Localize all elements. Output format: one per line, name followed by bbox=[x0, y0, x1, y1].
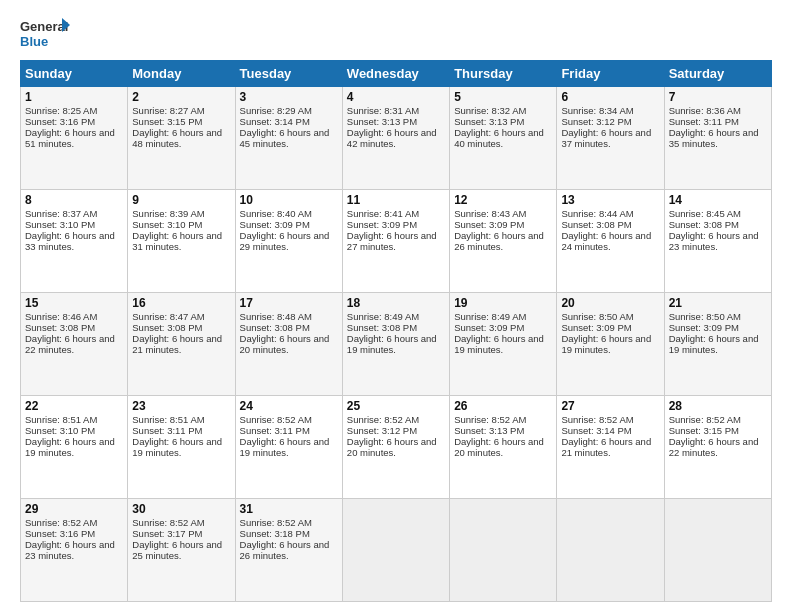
sunset-text: Sunset: 3:11 PM bbox=[132, 425, 202, 436]
calendar-cell: 17Sunrise: 8:48 AMSunset: 3:08 PMDayligh… bbox=[235, 293, 342, 396]
sunrise-text: Sunrise: 8:32 AM bbox=[454, 105, 526, 116]
sunrise-text: Sunrise: 8:40 AM bbox=[240, 208, 312, 219]
sunset-text: Sunset: 3:15 PM bbox=[132, 116, 202, 127]
daylight-text: Daylight: 6 hours and 22 minutes. bbox=[669, 436, 759, 458]
day-number: 7 bbox=[669, 90, 767, 104]
day-number: 27 bbox=[561, 399, 659, 413]
sunrise-text: Sunrise: 8:51 AM bbox=[25, 414, 97, 425]
day-number: 25 bbox=[347, 399, 445, 413]
day-number: 3 bbox=[240, 90, 338, 104]
col-header-sunday: Sunday bbox=[21, 61, 128, 87]
daylight-text: Daylight: 6 hours and 19 minutes. bbox=[561, 333, 651, 355]
day-number: 8 bbox=[25, 193, 123, 207]
col-header-friday: Friday bbox=[557, 61, 664, 87]
daylight-text: Daylight: 6 hours and 31 minutes. bbox=[132, 230, 222, 252]
sunset-text: Sunset: 3:16 PM bbox=[25, 116, 95, 127]
daylight-text: Daylight: 6 hours and 21 minutes. bbox=[561, 436, 651, 458]
day-number: 30 bbox=[132, 502, 230, 516]
svg-text:General: General bbox=[20, 19, 68, 34]
sunset-text: Sunset: 3:17 PM bbox=[132, 528, 202, 539]
calendar-cell: 30Sunrise: 8:52 AMSunset: 3:17 PMDayligh… bbox=[128, 499, 235, 602]
sunset-text: Sunset: 3:14 PM bbox=[240, 116, 310, 127]
daylight-text: Daylight: 6 hours and 20 minutes. bbox=[454, 436, 544, 458]
svg-text:Blue: Blue bbox=[20, 34, 48, 49]
sunset-text: Sunset: 3:08 PM bbox=[561, 219, 631, 230]
calendar-week-row: 29Sunrise: 8:52 AMSunset: 3:16 PMDayligh… bbox=[21, 499, 772, 602]
calendar-cell: 10Sunrise: 8:40 AMSunset: 3:09 PMDayligh… bbox=[235, 190, 342, 293]
daylight-text: Daylight: 6 hours and 19 minutes. bbox=[669, 333, 759, 355]
sunrise-text: Sunrise: 8:41 AM bbox=[347, 208, 419, 219]
day-number: 16 bbox=[132, 296, 230, 310]
sunset-text: Sunset: 3:15 PM bbox=[669, 425, 739, 436]
day-number: 26 bbox=[454, 399, 552, 413]
calendar-cell: 2Sunrise: 8:27 AMSunset: 3:15 PMDaylight… bbox=[128, 87, 235, 190]
sunrise-text: Sunrise: 8:52 AM bbox=[347, 414, 419, 425]
sunrise-text: Sunrise: 8:44 AM bbox=[561, 208, 633, 219]
sunset-text: Sunset: 3:09 PM bbox=[561, 322, 631, 333]
calendar-cell: 18Sunrise: 8:49 AMSunset: 3:08 PMDayligh… bbox=[342, 293, 449, 396]
calendar-header-row: SundayMondayTuesdayWednesdayThursdayFrid… bbox=[21, 61, 772, 87]
day-number: 4 bbox=[347, 90, 445, 104]
sunrise-text: Sunrise: 8:49 AM bbox=[347, 311, 419, 322]
daylight-text: Daylight: 6 hours and 27 minutes. bbox=[347, 230, 437, 252]
daylight-text: Daylight: 6 hours and 33 minutes. bbox=[25, 230, 115, 252]
sunrise-text: Sunrise: 8:39 AM bbox=[132, 208, 204, 219]
sunrise-text: Sunrise: 8:43 AM bbox=[454, 208, 526, 219]
sunset-text: Sunset: 3:13 PM bbox=[454, 425, 524, 436]
col-header-tuesday: Tuesday bbox=[235, 61, 342, 87]
calendar-cell: 21Sunrise: 8:50 AMSunset: 3:09 PMDayligh… bbox=[664, 293, 771, 396]
day-number: 13 bbox=[561, 193, 659, 207]
sunset-text: Sunset: 3:11 PM bbox=[669, 116, 739, 127]
calendar-week-row: 22Sunrise: 8:51 AMSunset: 3:10 PMDayligh… bbox=[21, 396, 772, 499]
daylight-text: Daylight: 6 hours and 20 minutes. bbox=[240, 333, 330, 355]
sunset-text: Sunset: 3:08 PM bbox=[240, 322, 310, 333]
calendar-cell: 28Sunrise: 8:52 AMSunset: 3:15 PMDayligh… bbox=[664, 396, 771, 499]
day-number: 17 bbox=[240, 296, 338, 310]
sunset-text: Sunset: 3:09 PM bbox=[454, 219, 524, 230]
sunrise-text: Sunrise: 8:52 AM bbox=[240, 414, 312, 425]
col-header-wednesday: Wednesday bbox=[342, 61, 449, 87]
calendar-cell: 20Sunrise: 8:50 AMSunset: 3:09 PMDayligh… bbox=[557, 293, 664, 396]
sunrise-text: Sunrise: 8:47 AM bbox=[132, 311, 204, 322]
day-number: 12 bbox=[454, 193, 552, 207]
day-number: 10 bbox=[240, 193, 338, 207]
sunset-text: Sunset: 3:10 PM bbox=[25, 219, 95, 230]
daylight-text: Daylight: 6 hours and 19 minutes. bbox=[25, 436, 115, 458]
sunrise-text: Sunrise: 8:50 AM bbox=[669, 311, 741, 322]
logo-svg: General Blue bbox=[20, 16, 70, 52]
daylight-text: Daylight: 6 hours and 37 minutes. bbox=[561, 127, 651, 149]
sunset-text: Sunset: 3:09 PM bbox=[347, 219, 417, 230]
day-number: 19 bbox=[454, 296, 552, 310]
calendar-cell: 3Sunrise: 8:29 AMSunset: 3:14 PMDaylight… bbox=[235, 87, 342, 190]
daylight-text: Daylight: 6 hours and 23 minutes. bbox=[669, 230, 759, 252]
daylight-text: Daylight: 6 hours and 26 minutes. bbox=[454, 230, 544, 252]
sunset-text: Sunset: 3:12 PM bbox=[347, 425, 417, 436]
daylight-text: Daylight: 6 hours and 22 minutes. bbox=[25, 333, 115, 355]
calendar-cell: 4Sunrise: 8:31 AMSunset: 3:13 PMDaylight… bbox=[342, 87, 449, 190]
calendar-table: SundayMondayTuesdayWednesdayThursdayFrid… bbox=[20, 60, 772, 602]
day-number: 1 bbox=[25, 90, 123, 104]
sunset-text: Sunset: 3:08 PM bbox=[347, 322, 417, 333]
calendar-cell: 13Sunrise: 8:44 AMSunset: 3:08 PMDayligh… bbox=[557, 190, 664, 293]
day-number: 15 bbox=[25, 296, 123, 310]
sunset-text: Sunset: 3:18 PM bbox=[240, 528, 310, 539]
day-number: 22 bbox=[25, 399, 123, 413]
calendar-cell bbox=[664, 499, 771, 602]
calendar-cell bbox=[342, 499, 449, 602]
page: General Blue SundayMondayTuesdayWednesda… bbox=[0, 0, 792, 612]
calendar-cell: 14Sunrise: 8:45 AMSunset: 3:08 PMDayligh… bbox=[664, 190, 771, 293]
sunrise-text: Sunrise: 8:50 AM bbox=[561, 311, 633, 322]
day-number: 2 bbox=[132, 90, 230, 104]
sunrise-text: Sunrise: 8:46 AM bbox=[25, 311, 97, 322]
calendar-cell: 26Sunrise: 8:52 AMSunset: 3:13 PMDayligh… bbox=[450, 396, 557, 499]
daylight-text: Daylight: 6 hours and 51 minutes. bbox=[25, 127, 115, 149]
sunrise-text: Sunrise: 8:29 AM bbox=[240, 105, 312, 116]
day-number: 23 bbox=[132, 399, 230, 413]
day-number: 5 bbox=[454, 90, 552, 104]
daylight-text: Daylight: 6 hours and 19 minutes. bbox=[454, 333, 544, 355]
sunset-text: Sunset: 3:08 PM bbox=[25, 322, 95, 333]
sunrise-text: Sunrise: 8:31 AM bbox=[347, 105, 419, 116]
calendar-cell: 23Sunrise: 8:51 AMSunset: 3:11 PMDayligh… bbox=[128, 396, 235, 499]
sunrise-text: Sunrise: 8:37 AM bbox=[25, 208, 97, 219]
daylight-text: Daylight: 6 hours and 19 minutes. bbox=[347, 333, 437, 355]
